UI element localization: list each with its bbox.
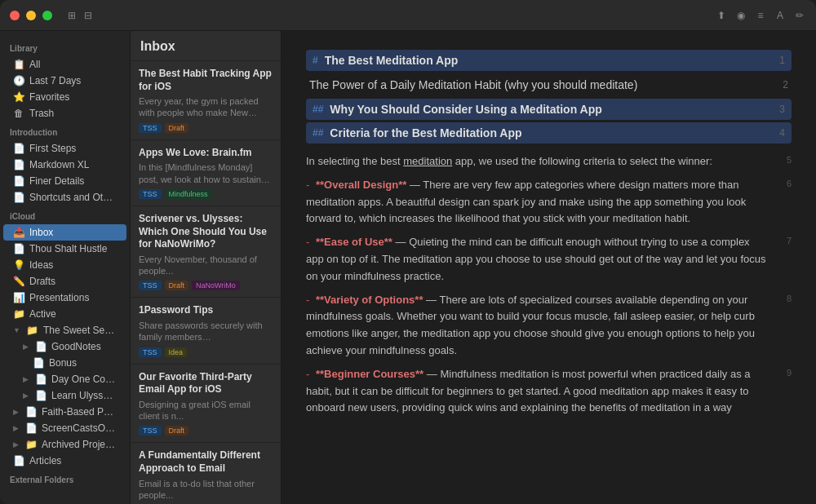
sidebar-label-faithbased: Faith-Based Productivity (42, 406, 117, 418)
sidebar-item-goodnotes[interactable]: ▶ 📄 GoodNotes (3, 338, 126, 355)
library-section-label: Library (0, 38, 130, 56)
introduction-section-label: Introduction (0, 122, 130, 140)
sidebar-item-last7days[interactable]: 🕐 Last 7 Days (3, 73, 126, 89)
sidebar-label-trash: Trash (29, 108, 54, 119)
intro-text: In selecting the best meditation app, we… (306, 153, 767, 170)
text-icon[interactable]: A (774, 9, 787, 22)
inbox-item-1passwordtips[interactable]: 1Password Tips Share passwords securely … (131, 298, 281, 364)
sidebar-item-thoushalthustle[interactable]: 📄 Thou Shalt Hustle (3, 241, 126, 257)
content-area[interactable]: # The Best Meditation App 1 The Power of… (282, 31, 816, 504)
sidebar-item-bonus[interactable]: 📄 Bonus (3, 355, 126, 371)
sidebar-label-last7days: Last 7 Days (29, 75, 81, 86)
tag-nanowrimo: NaNoWriMo (192, 281, 240, 290)
list-view-icon[interactable]: ≡ (754, 9, 767, 22)
inbox-item-scrivener[interactable]: Scrivener vs. Ulysses: Which One Should … (131, 206, 281, 298)
app-body: Library 📋 All 🕐 Last 7 Days ⭐ Favorites … (0, 31, 816, 504)
maximize-button[interactable] (42, 11, 52, 20)
sidebar-item-drafts[interactable]: ✏️ Drafts (3, 273, 126, 290)
sidebar-item-favorites[interactable]: ⭐ Favorites (3, 89, 126, 105)
sidebar-label-thoushalthustle: Thou Shalt Hustle (29, 243, 107, 254)
sidebar-item-screencastsonline[interactable]: ▶ 📄 ScreenCastsOnline (3, 420, 126, 436)
sidebar-toggle-icon[interactable]: ⊞ (65, 9, 78, 22)
tag-draft: Draft (165, 426, 189, 435)
expand-arrow3-icon: ▶ (23, 375, 29, 383)
sidebar-label-all: All (29, 59, 40, 70)
archivedprojects-icon: 📁 (25, 439, 37, 450)
tag-draft: Draft (165, 281, 189, 290)
sidebar-item-faithbased[interactable]: ▶ 📄 Faith-Based Productivity (3, 404, 126, 420)
inbox-item-emailapp[interactable]: Our Favorite Third-Party Email App for i… (131, 365, 281, 444)
pen-icon[interactable]: ✏ (793, 9, 806, 22)
heading1-bullet: # (313, 55, 318, 66)
inbox-item-title: The Best Habit Tracking App for iOS (139, 68, 273, 93)
favorites-icon: ⭐ (13, 91, 24, 103)
meditation-underline: meditation (403, 155, 452, 167)
sidebar-label-firststeps: First Steps (29, 143, 76, 154)
traffic-lights (10, 11, 52, 20)
bullet3-bold: **Variety of Options** (316, 294, 423, 306)
sidebar-item-trash[interactable]: 🗑 Trash (3, 105, 126, 122)
bullet-4-row: - **Beginner Courses** — Mindfulness med… (306, 366, 792, 417)
bullet-3-row: - **Variety of Options** — There are lot… (306, 292, 792, 360)
firststeps-icon: 📄 (13, 143, 24, 154)
all-icon: 📋 (13, 59, 24, 70)
faithbased-icon: 📄 (25, 406, 37, 418)
sidebar-item-archivedprojects[interactable]: ▶ 📁 Archived Projects (3, 436, 126, 453)
person-icon[interactable]: ◉ (734, 9, 747, 22)
bullet-4-content: - **Beginner Courses** — Mindfulness med… (306, 366, 767, 417)
ideas-icon: 💡 (13, 259, 24, 271)
sidebar-item-dayonecourse[interactable]: ▶ 📄 Day One Course (3, 371, 126, 387)
minimize-button[interactable] (26, 11, 36, 20)
sidebar-item-finerdetails[interactable]: 📄 Finer Details (3, 173, 126, 189)
thesweetsetup-icon: 📁 (27, 325, 38, 336)
sidebar-label-goodnotes: GoodNotes (51, 341, 101, 352)
close-button[interactable] (10, 11, 20, 20)
inbox-item-brainfm[interactable]: Apps We Love: Brain.fm In this [Mindfuln… (131, 140, 281, 206)
sidebar-label-archivedprojects: Archived Projects (42, 439, 117, 450)
bullet-1-row: - **Overall Design** — There are very fe… (306, 177, 792, 228)
sidebar-item-active[interactable]: 📁 Active (3, 306, 126, 322)
inbox-item-preview: Designing a great iOS email client is n.… (139, 399, 273, 422)
sidebar-item-presentations[interactable]: 📊 Presentations (3, 290, 126, 306)
inbox-item-fundamentally[interactable]: A Fundamentally Different Approach to Em… (131, 443, 281, 504)
sidebar-label-learnulysses: Learn Ulysses 2.0 (51, 390, 117, 401)
share-icon[interactable]: ⬆ (715, 9, 728, 22)
sidebar-item-learnulysses[interactable]: ▶ 📄 Learn Ulysses 2.0 (3, 387, 126, 404)
externalfolders-section-label: External Folders (0, 469, 130, 488)
inbox-list: The Best Habit Tracking App for iOS Ever… (131, 61, 281, 504)
tag-tss: TSS (139, 281, 162, 290)
sidebar-item-firststeps[interactable]: 📄 First Steps (3, 140, 126, 157)
tag-tss: TSS (139, 189, 162, 199)
sidebar-item-markdownxl[interactable]: 📄 Markdown XL (3, 157, 126, 173)
heading-2-row: The Power of a Daily Meditation Habit (w… (306, 73, 792, 96)
sidebar-item-shortcuts[interactable]: 📄 Shortcuts and Other Tips (3, 189, 126, 206)
sidebar-label-favorites: Favorites (29, 91, 69, 103)
bullet-1-content: - **Overall Design** — There are very fe… (306, 177, 767, 228)
bullet3-dash: - (306, 294, 309, 306)
tag-tss: TSS (139, 123, 162, 133)
trash-icon: 🗑 (13, 108, 24, 119)
bonus-icon: 📄 (33, 357, 44, 369)
expand-arrow7-icon: ▶ (13, 440, 19, 449)
inbox-item-preview: In this [Mindfulness Monday] post, we lo… (139, 161, 273, 185)
heading-4-row: ## Criteria for the Best Meditation App … (306, 122, 792, 144)
bullet1-bold: **Overall Design** (316, 179, 406, 191)
tag-mindfulness: Mindfulness (165, 189, 212, 199)
dayonecourse-icon: 📄 (35, 374, 47, 385)
sidebar-item-ideas[interactable]: 💡 Ideas (3, 257, 126, 273)
inbox-item-habittracking[interactable]: The Best Habit Tracking App for iOS Ever… (131, 61, 281, 140)
inbox-item-tags: TSS Draft NaNoWriMo (139, 281, 273, 290)
drafts-icon: ✏️ (13, 276, 24, 287)
shortcuts-icon: 📄 (13, 192, 24, 203)
bullet2-num: 7 (775, 234, 792, 285)
intro-num: 5 (775, 153, 792, 165)
sidebar-item-inbox[interactable]: 📥 Inbox (3, 224, 126, 241)
chrome-controls: ⬆ ◉ ≡ A ✏ (715, 9, 806, 22)
sidebar-item-thesweetsetup[interactable]: ▼ 📁 The Sweet Setup (3, 322, 126, 338)
sidebar-item-articles[interactable]: 📄 Articles (3, 453, 126, 469)
heading3-text: Why You Should Consider Using a Meditati… (330, 103, 779, 116)
sidebar-item-all[interactable]: 📋 All (3, 56, 126, 73)
view-toggle-icon[interactable]: ⊟ (82, 9, 95, 22)
inbox-panel: Inbox The Best Habit Tracking App for iO… (131, 31, 282, 504)
heading4-num: 4 (779, 127, 785, 139)
